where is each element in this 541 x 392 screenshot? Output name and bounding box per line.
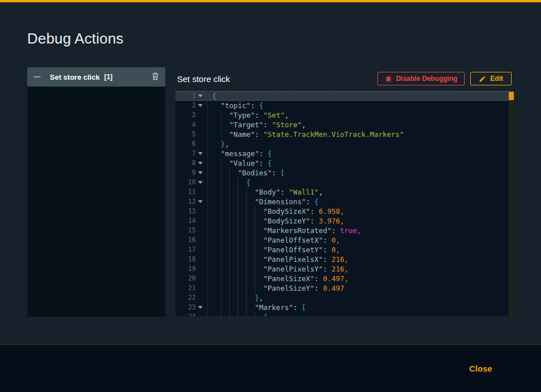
code-content: "MarkersRotated": true, [208,226,361,235]
indent-guide [229,255,238,264]
indent-guide [229,293,238,303]
indent-guide [221,312,229,316]
sidebar-item-set-store-click[interactable]: Set store click [1] [27,67,165,87]
code-line[interactable]: 4"Target": "Store", [175,120,514,130]
code-line[interactable]: 3"Type": "Set", [175,110,514,120]
fold-arrow-icon[interactable] [196,303,204,312]
fold-spacer [196,283,204,293]
code-line[interactable]: 8"Value": { [175,158,514,168]
indent-guide [221,283,229,293]
indent-guide [212,274,221,283]
indent-guide [212,158,221,168]
code-line[interactable]: 5"Name": "State.TrackMen.VioTrack.Marker… [175,130,514,139]
code-token: "Bodies" [238,168,272,178]
code-line[interactable]: 24{ [175,312,514,316]
line-number: 12 [188,197,196,206]
code-content: "message": { [208,149,272,158]
page-title: Debug Actions [27,30,514,48]
indent-guide [212,226,221,235]
code-line[interactable]: 23"Markers": [ [175,303,514,312]
indent-guide [255,245,263,255]
code-line[interactable]: 17"PanelOffsetY": 0, [175,245,514,255]
fold-arrow-icon[interactable] [196,158,204,168]
code-content: "Name": "State.TrackMen.VioTrack.Markers… [208,130,404,139]
fold-spacer [196,274,204,283]
code-line[interactable]: 16"PanelOffsetX": 0, [175,235,514,245]
line-number: 11 [188,187,196,197]
indent-guide [221,274,229,283]
fold-arrow-icon[interactable] [196,91,204,101]
code-token: "Target" [229,120,263,130]
code-line[interactable]: 10{ [175,178,514,187]
code-token: , [285,110,289,120]
code-token: [ [280,168,285,178]
code-line[interactable]: 11"Body": "Wall1", [175,187,514,197]
json-code-editor[interactable]: 1{2"topic": {3"Type": "Set",4"Target": "… [175,91,514,316]
code-line[interactable]: 6}, [175,139,514,149]
indent-guide [212,110,221,120]
line-gutter: 20 [175,274,208,283]
close-button[interactable]: Close [466,364,496,374]
code-content: "BodySizeY": 3.976, [208,216,344,226]
code-token: "Value" [229,158,259,168]
code-token: 0, [332,245,340,255]
indent-guide [212,303,221,312]
code-line[interactable]: 1{ [175,91,514,101]
indent-guide [246,255,255,264]
line-number: 1 [192,91,196,101]
disable-debugging-button[interactable]: Disable Debugging [377,72,465,85]
code-token: "BodySizeY" [263,216,310,226]
code-token: : [323,235,332,245]
code-line[interactable]: 14"BodySizeY": 3.976, [175,216,514,226]
code-line[interactable]: 7"message": { [175,149,514,158]
fold-arrow-icon[interactable] [196,197,204,206]
code-line[interactable]: 13"BodySizeX": 6.958, [175,206,514,216]
edit-button[interactable]: Edit [470,72,512,85]
code-content: "Bodies": [ [208,168,285,178]
fold-arrow-icon[interactable] [196,149,204,158]
code-token: } [221,139,225,149]
indent-guide [212,149,221,158]
collapse-minus-icon[interactable] [33,76,41,77]
code-token: { [315,197,319,206]
code-content: { [208,178,251,187]
indent-guide [238,274,246,283]
scrollbar-thumb[interactable] [509,92,514,100]
indent-guide [212,187,221,197]
line-gutter: 14 [175,216,208,226]
indent-guide [255,226,263,235]
editor-scrollbar[interactable] [509,91,514,316]
code-token: { [268,158,272,168]
code-line[interactable]: 18"PanelPixelsX": 216, [175,255,514,264]
line-number: 10 [188,178,196,187]
code-content: "PanelPixelsX": 216, [208,255,349,264]
code-line[interactable]: 21"PanelSizeY": 0.497 [175,283,514,293]
code-line[interactable]: 9"Bodies": [ [175,168,514,178]
line-gutter: 17 [175,245,208,255]
indent-guide [221,235,229,245]
fold-arrow-icon[interactable] [196,178,204,187]
code-token: "Store" [272,120,302,130]
indent-guide [221,255,229,264]
indent-guide [255,216,263,226]
code-line[interactable]: 2"topic": { [175,101,514,110]
dialog-content: Debug Actions Set store click [1] [0,30,541,317]
fold-arrow-icon[interactable] [196,168,204,178]
line-gutter: 11 [175,187,208,197]
code-line[interactable]: 22}, [175,293,514,303]
panel-title: Set store click [177,74,230,84]
code-line[interactable]: 19"PanelPixelsY": 216, [175,264,514,274]
code-token: 3.976, [319,216,344,226]
code-token: "Body" [255,187,280,197]
code-line[interactable]: 12"Dimensions": { [175,197,514,206]
sidebar-item-label: Set store click [50,73,100,81]
fold-spacer [196,245,204,255]
fold-arrow-icon[interactable] [196,101,204,110]
line-gutter: 5 [175,130,208,139]
fold-spacer [196,130,204,139]
code-token: "Wall1" [289,187,319,197]
delete-action-button[interactable] [152,72,159,82]
code-token: , [302,120,306,130]
code-line[interactable]: 20"PanelSizeX": 0.497, [175,274,514,283]
code-line[interactable]: 15"MarkersRotated": true, [175,226,514,235]
